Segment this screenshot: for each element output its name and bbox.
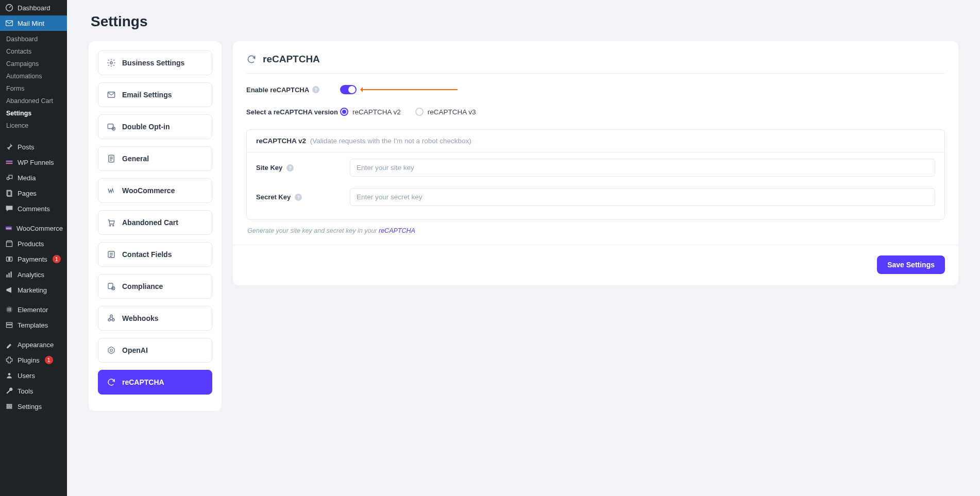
- openai-icon: [107, 346, 116, 355]
- svg-rect-14: [8, 273, 9, 278]
- sidebar-item-tools[interactable]: Tools: [0, 383, 67, 399]
- radio-label: reCAPTCHA v2: [352, 108, 401, 116]
- radio-circle-icon: [340, 108, 348, 116]
- sidebar-item-label: Templates: [18, 321, 48, 329]
- panel-title: reCAPTCHA: [263, 54, 320, 65]
- radio-recaptcha-v2[interactable]: reCAPTCHA v2: [340, 108, 401, 116]
- sub-automations[interactable]: Automations: [0, 70, 67, 82]
- generate-keys-hint: Generate your site key and secret key in…: [247, 227, 944, 234]
- nav-recaptcha[interactable]: reCAPTCHA: [98, 370, 212, 395]
- nav-label: Business Settings: [122, 59, 184, 67]
- sidebar-item-media[interactable]: Media: [0, 170, 67, 185]
- nav-general[interactable]: General: [98, 146, 212, 171]
- sidebar-item-label: Tools: [18, 387, 33, 395]
- sidebar-item-label: Plugins: [18, 356, 40, 364]
- sidebar-item-comments[interactable]: Comments: [0, 201, 67, 216]
- hint-text: Generate your site key and secret key in…: [247, 227, 379, 234]
- analytics-icon: [5, 270, 13, 279]
- help-icon[interactable]: ?: [312, 86, 319, 93]
- svg-point-30: [110, 62, 113, 64]
- sub-abandoned-cart[interactable]: Abandoned Cart: [0, 95, 67, 107]
- sidebar-item-label: Pages: [18, 190, 37, 197]
- secret-key-input[interactable]: [350, 188, 935, 206]
- nav-openai[interactable]: OpenAI: [98, 338, 212, 363]
- shield-icon: [107, 282, 116, 291]
- save-settings-button[interactable]: Save Settings: [877, 255, 945, 274]
- svg-rect-18: [9, 308, 11, 309]
- sidebar-item-dashboard[interactable]: Dashboard: [0, 0, 67, 15]
- radio-recaptcha-v3[interactable]: reCAPTCHA v3: [415, 108, 476, 116]
- sidebar-item-payments[interactable]: $ Payments 1: [0, 251, 67, 267]
- sidebar-item-label: Marketing: [18, 286, 47, 294]
- recaptcha-link[interactable]: reCAPTCHA: [379, 227, 415, 234]
- svg-rect-38: [108, 283, 113, 289]
- recaptcha-v2-box: reCAPTCHA v2 (Validate requests with the…: [246, 129, 945, 220]
- nav-contact-fields[interactable]: Contact Fields: [98, 242, 212, 267]
- sidebar-item-label: Elementor: [18, 306, 48, 314]
- sub-settings[interactable]: Settings: [0, 107, 67, 119]
- sidebar-item-label: Media: [18, 174, 36, 182]
- settings-panel-card: reCAPTCHA Enable reCAPTCHA ?: [233, 41, 958, 285]
- users-icon: [5, 371, 13, 380]
- box-heading: reCAPTCHA v2: [256, 137, 306, 145]
- sub-contacts[interactable]: Contacts: [0, 45, 67, 58]
- recaptcha-icon: [246, 54, 257, 64]
- nav-business-settings[interactable]: Business Settings: [98, 50, 212, 75]
- box-hint: (Validate requests with the I'm not a ro…: [310, 137, 471, 145]
- sub-dashboard[interactable]: Dashboard: [0, 33, 67, 45]
- version-row: Select a reCAPTCHA version reCAPTCHA v2 …: [246, 108, 945, 116]
- gear-icon: [107, 58, 116, 67]
- sidebar-item-products[interactable]: Products: [0, 236, 67, 251]
- enable-recaptcha-row: Enable reCAPTCHA ?: [246, 85, 945, 94]
- pages-icon: [5, 189, 13, 197]
- sidebar-item-plugins[interactable]: Plugins 1: [0, 352, 67, 368]
- version-label: Select a reCAPTCHA version: [246, 108, 338, 116]
- nav-label: Abandoned Cart: [122, 218, 178, 227]
- svg-rect-15: [10, 271, 11, 277]
- wp-admin-sidebar: Dashboard Mail Mint Dashboard Contacts C…: [0, 0, 67, 496]
- sidebar-item-woocommerce[interactable]: woo WooCommerce: [0, 220, 67, 236]
- recaptcha-icon: [107, 378, 116, 387]
- nav-compliance[interactable]: Compliance: [98, 274, 212, 299]
- help-icon[interactable]: ?: [286, 164, 294, 172]
- elementor-icon: [5, 305, 13, 314]
- sidebar-item-marketing[interactable]: Marketing: [0, 282, 67, 298]
- products-icon: [5, 240, 13, 248]
- svg-point-23: [8, 373, 11, 375]
- nav-label: Compliance: [122, 282, 163, 290]
- nav-label: OpenAI: [122, 346, 148, 354]
- sub-forms[interactable]: Forms: [0, 82, 67, 95]
- sidebar-item-users[interactable]: Users: [0, 368, 67, 383]
- nav-woocommerce[interactable]: WooCommerce: [98, 178, 212, 203]
- nav-email-settings[interactable]: Email Settings: [98, 82, 212, 107]
- sidebar-item-settings[interactable]: Settings: [0, 399, 67, 414]
- svg-rect-21: [6, 322, 12, 324]
- sidebar-item-wpfunnels[interactable]: WP Funnels: [0, 155, 67, 170]
- svg-text:woo: woo: [6, 227, 11, 230]
- svg-rect-27: [11, 406, 12, 407]
- sidebar-item-appearance[interactable]: Appearance: [0, 337, 67, 352]
- sidebar-item-label: Posts: [18, 143, 35, 151]
- nav-label: Contact Fields: [122, 250, 172, 259]
- nav-label: WooCommerce: [122, 186, 175, 195]
- enable-recaptcha-toggle[interactable]: [340, 85, 357, 94]
- sub-campaigns[interactable]: Campaigns: [0, 58, 67, 70]
- sidebar-item-posts[interactable]: Posts: [0, 139, 67, 155]
- sidebar-item-templates[interactable]: Templates: [0, 317, 67, 333]
- svg-rect-28: [7, 407, 8, 408]
- sidebar-item-elementor[interactable]: Elementor: [0, 302, 67, 317]
- sidebar-item-analytics[interactable]: Analytics: [0, 267, 67, 282]
- sidebar-item-mailmint[interactable]: Mail Mint: [0, 15, 67, 31]
- help-icon[interactable]: ?: [295, 194, 302, 201]
- nav-abandoned-cart[interactable]: Abandoned Cart: [98, 210, 212, 235]
- nav-double-optin[interactable]: Double Opt-in: [98, 114, 212, 139]
- cart-icon: [107, 218, 116, 227]
- nav-webhooks[interactable]: Webhooks: [98, 306, 212, 331]
- svg-rect-22: [6, 325, 12, 328]
- site-key-input[interactable]: [350, 159, 935, 177]
- enable-label: Enable reCAPTCHA: [246, 86, 309, 94]
- sub-licence[interactable]: Licence: [0, 119, 67, 132]
- sidebar-item-label: WooCommerce: [16, 225, 63, 232]
- sidebar-item-pages[interactable]: Pages: [0, 185, 67, 201]
- doc-icon: [107, 154, 116, 163]
